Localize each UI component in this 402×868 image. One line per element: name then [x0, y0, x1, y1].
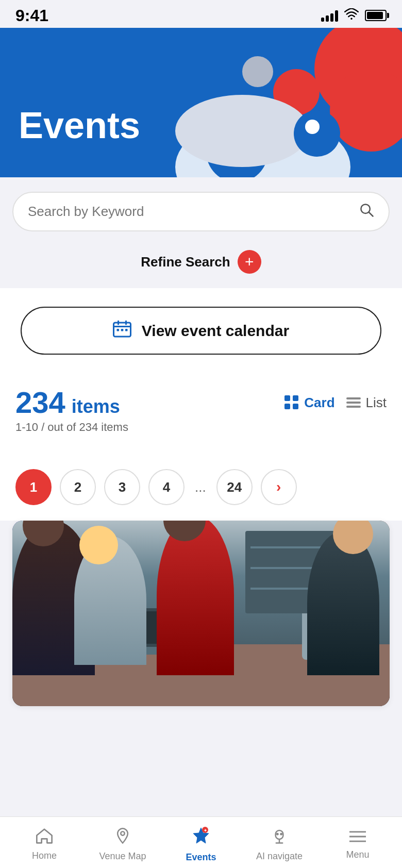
- battery-icon: [365, 10, 387, 21]
- card-view-label: Card: [304, 395, 334, 411]
- map-icon: [115, 828, 130, 848]
- view-event-calendar-button[interactable]: View event calendar: [21, 307, 381, 355]
- page-button-1[interactable]: 1: [15, 469, 52, 505]
- bottom-spacer: [0, 706, 402, 789]
- bottom-nav: Home Venue Map ✦ Events: [0, 816, 402, 868]
- page-button-24[interactable]: 24: [216, 469, 253, 505]
- home-icon: [36, 828, 53, 847]
- svg-point-18: [280, 832, 282, 835]
- wifi-icon: [344, 8, 359, 23]
- nav-item-events[interactable]: ✦ Events: [162, 827, 240, 863]
- page-button-4[interactable]: 4: [148, 469, 185, 505]
- nav-item-home[interactable]: Home: [5, 828, 83, 861]
- page-ellipsis: ...: [193, 479, 208, 495]
- nav-item-venue-map[interactable]: Venue Map: [83, 828, 162, 862]
- blob-white-oval: [175, 95, 309, 167]
- svg-line-2: [369, 212, 373, 216]
- nav-item-menu[interactable]: Menu: [319, 829, 397, 860]
- calendar-btn-label: View event calendar: [142, 322, 289, 340]
- svg-point-17: [276, 832, 279, 835]
- plus-icon: +: [245, 254, 254, 270]
- next-page-button[interactable]: ›: [261, 469, 297, 505]
- search-section: [0, 177, 402, 242]
- items-header: 234 items Card List: [15, 388, 387, 418]
- svg-point-0: [350, 18, 353, 20]
- items-count: 234 items: [15, 388, 120, 418]
- refine-section: Refine Search +: [0, 242, 402, 288]
- items-section: 234 items Card List 1-10 / out of 234 it…: [0, 373, 402, 459]
- calendar-section: View event calendar: [0, 288, 402, 373]
- items-range: 1-10 / out of 234 items: [15, 421, 387, 434]
- card-view-toggle[interactable]: Card: [284, 395, 334, 411]
- pagination: 1 2 3 4 ... 24 ›: [0, 459, 402, 521]
- blob-red-right: [330, 69, 402, 152]
- items-label: items: [72, 396, 120, 418]
- list-lines-icon: [346, 397, 361, 408]
- hero-title: Events: [19, 104, 140, 146]
- status-bar: 9:41: [0, 0, 402, 28]
- view-toggles: Card List: [284, 395, 387, 411]
- search-icon: [359, 202, 374, 221]
- svg-text:✦: ✦: [204, 828, 207, 833]
- nav-label-home: Home: [32, 850, 57, 861]
- search-input[interactable]: [28, 204, 350, 220]
- nav-label-menu: Menu: [346, 849, 369, 860]
- calendar-icon: [113, 320, 131, 341]
- nav-label-venue-map: Venue Map: [99, 851, 146, 862]
- items-number: 234: [15, 388, 65, 418]
- svg-rect-9: [125, 329, 128, 331]
- svg-point-10: [121, 831, 124, 835]
- blob-blue-circle: [294, 110, 340, 157]
- nav-label-events: Events: [186, 852, 216, 863]
- nav-label-ai-navigate: AI navigate: [256, 851, 303, 862]
- event-card-image: [12, 521, 390, 706]
- page-button-2[interactable]: 2: [60, 469, 96, 505]
- ai-nav-icon: [272, 828, 287, 848]
- blob-gray: [242, 56, 273, 87]
- search-bar[interactable]: [12, 192, 390, 231]
- menu-icon: [349, 829, 366, 846]
- list-view-toggle[interactable]: List: [346, 395, 387, 411]
- refine-plus-button[interactable]: +: [238, 250, 261, 274]
- card-grid-icon: [284, 395, 299, 410]
- svg-rect-8: [121, 329, 124, 331]
- list-view-label: List: [366, 395, 387, 411]
- page-button-3[interactable]: 3: [104, 469, 140, 505]
- svg-rect-7: [116, 329, 119, 331]
- status-time: 9:41: [15, 6, 48, 25]
- refine-search-label: Refine Search: [141, 254, 230, 270]
- event-card[interactable]: [12, 521, 390, 706]
- events-icon: ✦: [192, 827, 210, 849]
- hero-banner: Events: [0, 28, 402, 177]
- status-icons: [321, 8, 387, 23]
- nav-item-ai-navigate[interactable]: AI navigate: [240, 828, 319, 862]
- signal-icon: [321, 9, 338, 22]
